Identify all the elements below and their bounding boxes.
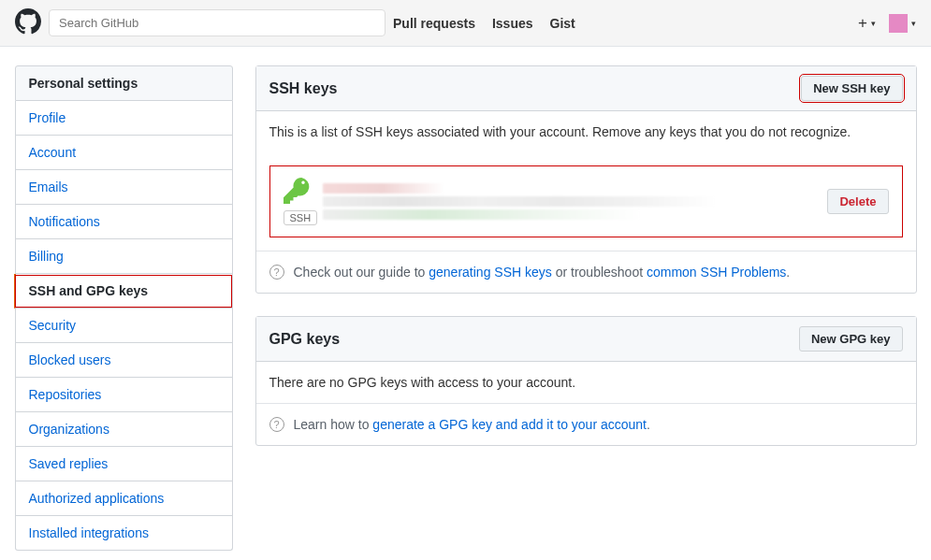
gpg-panel-title: GPG keys [269, 331, 341, 348]
search-input[interactable] [49, 9, 385, 36]
settings-sidebar: Personal settings Profile Account Emails… [15, 65, 233, 551]
ssh-badge: SSH [284, 210, 318, 225]
ssh-guide-link-generating[interactable]: generating SSH keys [429, 265, 552, 280]
sidebar-item-installed-integrations[interactable]: Installed integrations [15, 516, 233, 551]
gpg-keys-panel: GPG keys New GPG key There are no GPG ke… [255, 316, 917, 446]
top-header: Pull requests Issues Gist +▾ ▾ [0, 0, 931, 47]
ssh-guide-row: ? Check out our guide to generating SSH … [256, 251, 916, 293]
new-ssh-key-button[interactable]: New SSH key [801, 76, 902, 101]
question-icon: ? [269, 265, 284, 280]
gpg-guide-text-post: . [647, 417, 650, 432]
gpg-guide-text-pre: Learn how to [294, 417, 373, 432]
gpg-description: There are no GPG keys with access to you… [269, 375, 903, 390]
sidebar-item-billing[interactable]: Billing [15, 239, 233, 274]
key-icon: SSH [284, 178, 310, 225]
gpg-guide-link[interactable]: generate a GPG key and add it to your ac… [372, 417, 647, 432]
sidebar-item-repositories[interactable]: Repositories [15, 378, 233, 412]
delete-ssh-key-button[interactable]: Delete [827, 189, 888, 214]
header-nav: Pull requests Issues Gist [393, 16, 575, 31]
ssh-panel-title: SSH keys [269, 80, 338, 97]
question-icon: ? [269, 417, 284, 432]
user-avatar[interactable] [889, 14, 908, 33]
sidebar-item-organizations[interactable]: Organizations [15, 412, 233, 447]
caret-down-icon: ▾ [911, 19, 916, 28]
sidebar-item-account[interactable]: Account [15, 136, 233, 170]
ssh-guide-link-problems[interactable]: common SSH Problems [647, 265, 786, 280]
ssh-keys-panel: SSH keys New SSH key This is a list of S… [255, 65, 917, 294]
ssh-guide-text-post: . [786, 265, 790, 280]
ssh-key-info-redacted [323, 180, 815, 223]
nav-issues[interactable]: Issues [492, 16, 533, 31]
sidebar-item-blocked-users[interactable]: Blocked users [15, 343, 233, 378]
sidebar-item-security[interactable]: Security [15, 309, 233, 343]
sidebar-item-profile[interactable]: Profile [15, 101, 233, 136]
sidebar-item-emails[interactable]: Emails [15, 170, 233, 205]
ssh-guide-text-mid: or troubleshoot [552, 265, 647, 280]
ssh-description: This is a list of SSH keys associated wi… [269, 124, 903, 139]
ssh-guide-text-pre: Check out our guide to [294, 265, 429, 280]
github-logo-icon[interactable] [15, 8, 41, 37]
new-gpg-key-button[interactable]: New GPG key [799, 326, 903, 352]
gpg-guide-row: ? Learn how to generate a GPG key and ad… [256, 403, 916, 445]
sidebar-item-ssh-gpg-keys[interactable]: SSH and GPG keys [14, 274, 233, 309]
sidebar-item-saved-replies[interactable]: Saved replies [15, 447, 233, 481]
nav-pull-requests[interactable]: Pull requests [393, 16, 475, 31]
caret-down-icon: ▾ [871, 19, 876, 28]
sidebar-item-authorized-apps[interactable]: Authorized applications [15, 481, 233, 516]
ssh-key-row: SSH Delete [269, 165, 903, 237]
sidebar-item-notifications[interactable]: Notifications [15, 205, 233, 239]
nav-gist[interactable]: Gist [550, 16, 575, 31]
sidebar-title: Personal settings [15, 65, 233, 101]
create-new-icon[interactable]: + [858, 14, 867, 33]
